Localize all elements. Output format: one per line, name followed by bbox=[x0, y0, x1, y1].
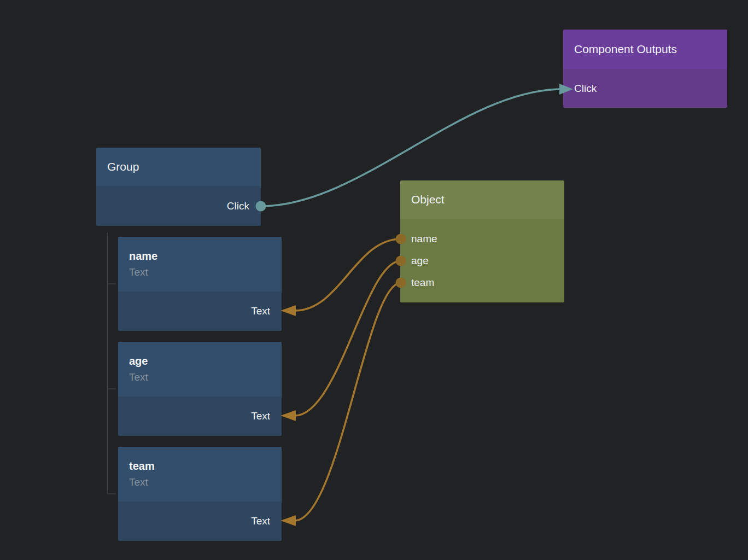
node-type-label: Text bbox=[129, 474, 148, 491]
output-port-label: name bbox=[411, 233, 437, 245]
arrowhead-age-text bbox=[280, 410, 296, 421]
port-row-age-text: Text bbox=[118, 405, 282, 427]
node-name-body: Text bbox=[118, 291, 282, 331]
output-port-label: Click bbox=[227, 200, 249, 212]
node-team-header: team Text bbox=[118, 447, 282, 501]
input-port-label: Click bbox=[574, 83, 597, 95]
port-row-team-text: Text bbox=[118, 510, 282, 532]
wire-object-team-to-team-text[interactable] bbox=[295, 283, 401, 521]
input-port-label: Text bbox=[251, 410, 270, 422]
node-group-header: Group bbox=[96, 148, 261, 186]
port-row-object-team: team bbox=[400, 272, 564, 294]
node-object[interactable]: Object name age team bbox=[400, 180, 564, 302]
node-team-body: Text bbox=[118, 501, 282, 541]
node-title: team bbox=[129, 458, 155, 474]
arrowhead-name-text bbox=[280, 305, 296, 316]
node-title: Group bbox=[107, 160, 139, 173]
node-title: age bbox=[129, 353, 148, 369]
port-row-object-name: name bbox=[400, 228, 564, 250]
node-title: name bbox=[129, 248, 157, 264]
node-component-outputs-header: Component Outputs bbox=[563, 30, 727, 69]
arrowhead-team-text bbox=[280, 515, 296, 526]
input-port-label: Text bbox=[251, 305, 270, 317]
node-component-outputs-body: Click bbox=[563, 69, 727, 108]
node-component-outputs[interactable]: Component Outputs Click bbox=[563, 30, 727, 108]
node-object-body: name age team bbox=[400, 219, 564, 302]
node-age-body: Text bbox=[118, 396, 282, 436]
port-row-component-click: Click bbox=[563, 78, 727, 100]
node-title: Component Outputs bbox=[574, 43, 677, 56]
node-group-body: Click bbox=[96, 186, 261, 226]
output-port-label: age bbox=[411, 255, 429, 267]
node-object-header: Object bbox=[400, 180, 564, 219]
node-group[interactable]: Group Click bbox=[96, 148, 261, 226]
node-type-label: Text bbox=[129, 264, 148, 281]
node-title: Object bbox=[411, 193, 445, 206]
node-name[interactable]: name Text Text bbox=[118, 237, 282, 331]
node-age-header: age Text bbox=[118, 342, 282, 396]
port-row-object-age: age bbox=[400, 250, 564, 272]
output-port-label: team bbox=[411, 277, 434, 289]
wire-object-age-to-age-text[interactable] bbox=[295, 261, 401, 416]
node-team[interactable]: team Text Text bbox=[118, 447, 282, 541]
input-port-label: Text bbox=[251, 515, 270, 527]
node-name-header: name Text bbox=[118, 237, 282, 291]
node-age[interactable]: age Text Text bbox=[118, 342, 282, 436]
wire-object-name-to-name-text[interactable] bbox=[295, 239, 401, 311]
node-graph-canvas[interactable]: Group Click Component Outputs Click Obje… bbox=[0, 0, 748, 560]
port-row-group-click: Click bbox=[96, 195, 261, 217]
port-row-name-text: Text bbox=[118, 300, 282, 322]
node-type-label: Text bbox=[129, 369, 148, 386]
